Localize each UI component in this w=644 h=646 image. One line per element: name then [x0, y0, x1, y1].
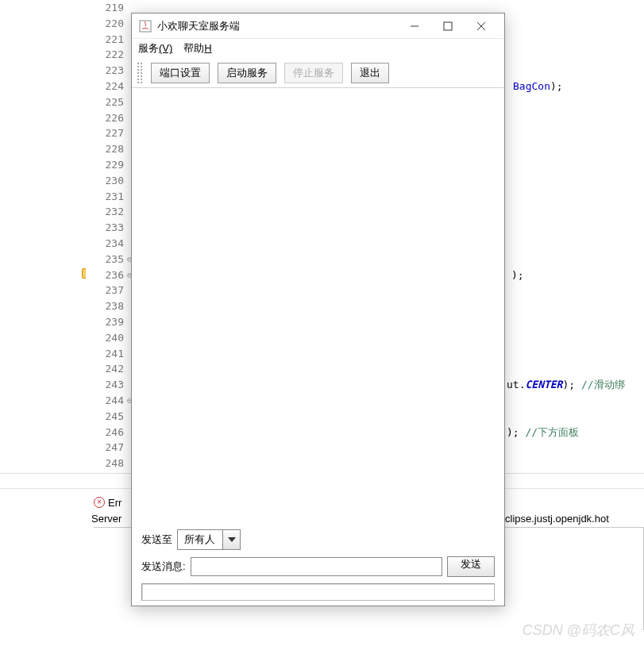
- close-button[interactable]: [465, 15, 498, 37]
- menu-service[interactable]: 服务(V): [138, 41, 172, 56]
- line-number: 241: [86, 346, 124, 362]
- titlebar[interactable]: 小欢聊天室服务端: [132, 13, 504, 39]
- chat-server-window: 小欢聊天室服务端 服务(V) 帮助H 端口设置 启动服务 停止服务 退出 发送至: [131, 13, 505, 606]
- line-number: 233: [86, 220, 124, 236]
- console-header: Server: [91, 513, 121, 525]
- line-number: 229: [86, 157, 124, 173]
- line-number: 238: [86, 298, 124, 314]
- send-to-combo[interactable]: 所有人: [177, 529, 241, 550]
- exit-button[interactable]: 退出: [351, 63, 389, 83]
- line-number: 239: [86, 314, 124, 330]
- line-number: 235⊖: [86, 252, 124, 267]
- line-number: 244⊖: [86, 393, 124, 409]
- error-icon[interactable]: ×: [94, 497, 105, 508]
- line-number: 222: [86, 47, 124, 63]
- line-number: 248: [86, 456, 124, 471]
- line-number: 220: [86, 16, 124, 32]
- minimize-button[interactable]: [398, 15, 431, 37]
- send-button[interactable]: 发送: [447, 556, 495, 577]
- send-to-label: 发送至: [141, 533, 172, 547]
- line-number: 224: [86, 79, 124, 94]
- line-number: 242: [86, 361, 124, 377]
- start-service-button[interactable]: 启动服务: [218, 63, 276, 83]
- line-number: 219: [86, 0, 124, 16]
- window-title: 小欢聊天室服务端: [157, 19, 398, 33]
- line-number: 223: [86, 63, 124, 79]
- send-msg-label: 发送消息:: [141, 559, 186, 574]
- log-area[interactable]: [132, 88, 504, 521]
- send-to-value: 所有人: [178, 533, 222, 547]
- line-number: 232: [86, 204, 124, 220]
- line-number: 240: [86, 330, 124, 346]
- message-input[interactable]: [191, 557, 442, 576]
- line-number: 236⊖: [86, 267, 124, 283]
- status-bar: [141, 583, 495, 601]
- line-number: 226: [86, 110, 124, 126]
- svg-marker-5: [228, 537, 236, 542]
- line-number: 243: [86, 377, 124, 393]
- stop-service-button: 停止服务: [284, 63, 343, 83]
- line-number: 245: [86, 409, 124, 425]
- menubar: 服务(V) 帮助H: [132, 39, 504, 58]
- line-number: 221: [86, 32, 124, 48]
- line-number-gutter: 219 220 221 222 223 224 225 226 227 228 …: [86, 0, 129, 471]
- console-header-right: clipse.justj.openjdk.hot: [505, 513, 609, 525]
- line-number: 247: [86, 440, 124, 456]
- menu-help[interactable]: 帮助H: [183, 41, 211, 56]
- line-number: 237: [86, 283, 124, 298]
- svg-rect-2: [444, 22, 452, 30]
- line-number: 231: [86, 189, 124, 205]
- line-number: 234: [86, 236, 124, 252]
- line-number: 228: [86, 141, 124, 157]
- error-log-tab-label[interactable]: Err: [108, 497, 121, 509]
- maximize-button[interactable]: [431, 15, 465, 37]
- port-settings-button[interactable]: 端口设置: [151, 63, 210, 83]
- line-number: 246: [86, 425, 124, 440]
- toolbar-grip-icon[interactable]: [137, 62, 143, 84]
- toolbar: 端口设置 启动服务 停止服务 退出: [132, 58, 504, 88]
- bottom-panel: 发送至 所有人 发送消息: 发送: [132, 521, 504, 606]
- line-number: 227: [86, 125, 124, 141]
- line-number: 225: [86, 94, 124, 110]
- chevron-down-icon[interactable]: [222, 530, 240, 549]
- line-number: 230: [86, 173, 124, 189]
- java-app-icon: [138, 19, 152, 33]
